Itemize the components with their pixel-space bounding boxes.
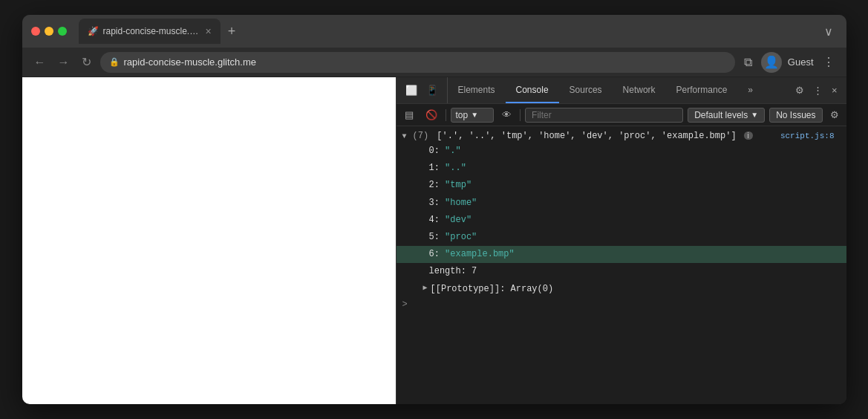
window-control[interactable]: ∨ — [820, 22, 838, 42]
eye-button[interactable]: 👁 — [498, 107, 515, 123]
item-value: "dev" — [445, 213, 471, 227]
item-value: "example.bmp" — [445, 247, 515, 262]
user-label: Guest — [788, 56, 814, 68]
array-count: (7) — [413, 131, 434, 141]
length-key: length: — [429, 264, 472, 279]
item-value: "." — [445, 144, 461, 158]
devtools-tabs: ⬜ 📱 Elements Console Sources Network — [397, 77, 846, 104]
content-area: ⬜ 📱 Elements Console Sources Network — [22, 77, 846, 404]
array-item-1: 1: ".." — [397, 160, 846, 177]
tab-bar: 🚀 rapid-concise-muscle.glitch.m... × + — [79, 19, 814, 44]
tab-performance[interactable]: Performance — [666, 77, 738, 103]
chevron-down-icon-2: ▼ — [751, 111, 758, 119]
item-value: "proc" — [445, 230, 477, 244]
item-index: 5: — [429, 230, 446, 244]
browser-window: 🚀 rapid-concise-muscle.glitch.m... × + ∨… — [22, 15, 846, 404]
item-index: 2: — [429, 178, 446, 192]
webpage[interactable] — [22, 77, 396, 404]
item-value: ".." — [445, 161, 466, 175]
address-bar: ← → ↻ 🔒 rapid-concise-muscle.glitch.me ⧉… — [22, 48, 846, 77]
clear-console-button[interactable]: 🚫 — [422, 107, 441, 123]
prototype-text: [[Prototype]]: — [431, 282, 511, 296]
item-index: 6: — [429, 247, 446, 262]
url-text: rapid-concise-muscle.glitch.me — [124, 56, 726, 68]
console-output[interactable]: ▼ (7) ['.', '..', 'tmp', 'home', 'dev', … — [397, 126, 846, 404]
minimize-button[interactable] — [45, 27, 53, 36]
tab-elements[interactable]: Elements — [448, 77, 506, 103]
console-array-line[interactable]: ▼ (7) ['.', '..', 'tmp', 'home', 'dev', … — [397, 129, 846, 143]
item-index: 1: — [429, 161, 446, 175]
tab-more[interactable]: » — [737, 77, 763, 103]
expand-arrow-icon[interactable]: ▼ — [402, 132, 407, 140]
item-index: 3: — [429, 196, 446, 210]
array-item-2: 2: "tmp" — [397, 177, 846, 194]
default-levels-label: Default levels — [694, 110, 748, 120]
devtools-tab-list: Elements Console Sources Network Perform… — [448, 77, 786, 103]
array-item-6: 6: "example.bmp" — [397, 246, 846, 263]
close-button[interactable] — [31, 27, 40, 36]
array-item-4: 4: "dev" — [397, 212, 846, 229]
no-issues-label: No Issues — [776, 110, 815, 120]
array-item-3: 3: "home" — [397, 195, 846, 212]
script-link[interactable]: script.js:8 — [780, 131, 841, 140]
no-issues-button[interactable]: No Issues — [769, 108, 822, 123]
array-item-5: 5: "proc" — [397, 229, 846, 246]
console-settings-button[interactable]: ⚙ — [827, 106, 842, 123]
context-dropdown[interactable]: top ▼ — [451, 108, 495, 123]
tab-favicon: 🚀 — [88, 26, 99, 36]
array-info-badge[interactable]: i — [744, 131, 753, 140]
viewport-icon[interactable]: ⧉ — [741, 53, 755, 72]
devtools-tab-actions: ⚙ ⋮ × — [786, 77, 846, 103]
item-value: "tmp" — [445, 178, 471, 192]
item-index: 0: — [429, 144, 446, 158]
device-toolbar-button[interactable]: 📱 — [423, 82, 441, 99]
devtools-more-button[interactable]: ⋮ — [810, 82, 826, 99]
array-item-0: 0: "." — [397, 143, 846, 160]
tab-close-button[interactable]: × — [206, 25, 212, 37]
user-icon: 👤 — [764, 55, 779, 69]
devtools-toolbar: ▤ 🚫 top ▼ 👁 Default levels ▼ No Issues ⚙ — [397, 104, 846, 126]
array-preview: ['.', '..', 'tmp', 'home', 'dev', 'proc'… — [437, 131, 736, 141]
tab-network[interactable]: Network — [613, 77, 666, 103]
back-button[interactable]: ← — [31, 53, 49, 72]
reload-button[interactable]: ↻ — [79, 52, 94, 72]
item-index: 4: — [429, 213, 446, 227]
active-tab[interactable]: 🚀 rapid-concise-muscle.glitch.m... × — [79, 19, 221, 44]
lock-icon: 🔒 — [109, 57, 120, 67]
array-prototype[interactable]: ▶ [[Prototype]]: Array(0) — [397, 281, 846, 298]
toolbar-divider — [446, 109, 446, 121]
filter-input[interactable] — [525, 108, 683, 123]
devtools-settings-button[interactable]: ⚙ — [792, 82, 807, 99]
prompt-arrow-icon: > — [402, 299, 408, 310]
devtools-panel-icons: ⬜ 📱 — [397, 77, 448, 103]
console-prompt[interactable]: > — [397, 298, 846, 311]
default-levels-dropdown[interactable]: Default levels ▼ — [688, 108, 765, 123]
tab-sources[interactable]: Sources — [559, 77, 613, 103]
length-value: 7 — [471, 264, 477, 279]
prototype-expand-icon[interactable]: ▶ — [423, 282, 428, 294]
devtools-panel: ⬜ 📱 Elements Console Sources Network — [396, 77, 846, 404]
more-options-button[interactable]: ⋮ — [820, 52, 838, 72]
inspect-element-button[interactable]: ⬜ — [402, 82, 420, 99]
toolbar-divider-2 — [520, 109, 521, 121]
forward-button[interactable]: → — [55, 53, 73, 72]
chevron-down-icon: ▼ — [471, 111, 478, 119]
item-value: "home" — [445, 196, 477, 210]
sidebar-toggle-button[interactable]: ▤ — [401, 107, 417, 123]
address-bar-actions: ⧉ 👤 Guest ⋮ — [741, 52, 838, 73]
address-bar-input[interactable]: 🔒 rapid-concise-muscle.glitch.me — [100, 52, 735, 73]
traffic-lights — [31, 27, 67, 36]
tab-console[interactable]: Console — [506, 77, 559, 103]
new-tab-button[interactable]: + — [223, 21, 241, 42]
maximize-button[interactable] — [58, 27, 67, 36]
top-label: top — [456, 110, 469, 120]
tab-title: rapid-concise-muscle.glitch.m... — [103, 26, 200, 36]
prototype-value: Array(0) — [511, 282, 554, 296]
avatar[interactable]: 👤 — [761, 52, 782, 73]
array-length: length: 7 — [397, 263, 846, 280]
title-bar: 🚀 rapid-concise-muscle.glitch.m... × + ∨ — [22, 15, 846, 48]
devtools-close-button[interactable]: × — [829, 82, 841, 99]
